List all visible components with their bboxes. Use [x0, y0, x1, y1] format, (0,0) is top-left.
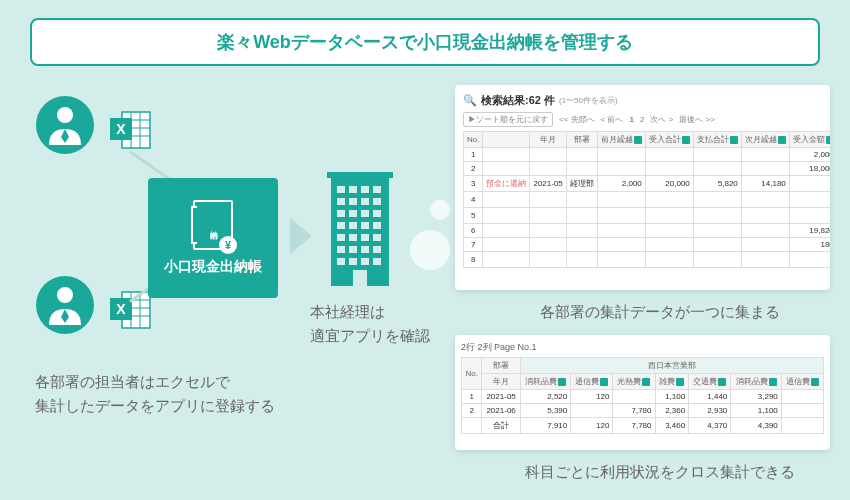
- calc-icon: [642, 378, 650, 386]
- pager: ▶ソート順を元に戻す << 先頭へ < 前へ 1 2 次へ > 最後へ >>: [463, 112, 822, 127]
- excel-icon-2: X: [108, 288, 152, 332]
- svg-rect-22: [337, 186, 345, 193]
- svg-rect-37: [373, 222, 381, 229]
- svg-rect-40: [361, 234, 369, 241]
- table-row[interactable]: 12,000: [464, 148, 831, 162]
- svg-rect-25: [373, 186, 381, 193]
- table-row[interactable]: 8タクシー代: [464, 252, 831, 268]
- calc-icon: [558, 378, 566, 386]
- arrow-icon: [290, 218, 312, 254]
- svg-rect-48: [361, 258, 369, 265]
- calc-icon: [769, 378, 777, 386]
- crosstab-group-header: 西日本営業部: [520, 358, 823, 374]
- svg-rect-42: [337, 246, 345, 253]
- svg-rect-38: [337, 234, 345, 241]
- svg-point-1: [57, 107, 73, 123]
- svg-point-3: [57, 287, 73, 303]
- table-row[interactable]: 12021-052,5201201,1001,4403,290: [462, 390, 824, 404]
- svg-rect-24: [361, 186, 369, 193]
- svg-rect-35: [349, 222, 357, 229]
- crosstab-table: No. 部署 西日本営業部 年月消耗品費通信費光熱費雑費交通費消耗品費通信費 1…: [461, 357, 824, 434]
- caption-right-2: 科目ごとに利用状況をクロス集計できる: [500, 460, 820, 484]
- col-header: 年月: [530, 132, 566, 148]
- sort-reset-button[interactable]: ▶ソート順を元に戻す: [463, 112, 553, 127]
- excel-icon-1: X: [108, 108, 152, 152]
- calc-icon: [600, 378, 608, 386]
- svg-rect-28: [361, 198, 369, 205]
- cashbook-label: 小口現金出納帳: [164, 258, 262, 276]
- pager-first[interactable]: << 先頭へ: [559, 114, 595, 125]
- caption-left: 各部署の担当者はエクセルで集計したデータをアプリに登録する: [35, 370, 335, 418]
- svg-rect-43: [349, 246, 357, 253]
- table-row[interactable]: 7180: [464, 238, 831, 252]
- col-header: No.: [464, 132, 483, 148]
- svg-rect-21: [327, 172, 393, 178]
- speech-bubble-2: [430, 200, 450, 220]
- svg-rect-45: [373, 246, 381, 253]
- col-header: 受入合計: [645, 132, 693, 148]
- col-header: 次月繰越: [741, 132, 789, 148]
- search-result-header: 🔍 検索結果:62 件 (1〜50件を表示): [463, 93, 822, 108]
- cashbook-app-icon: 出納帳 ¥ 小口現金出納帳: [148, 178, 278, 298]
- col-header: 支払合計: [693, 132, 741, 148]
- calc-icon: [730, 136, 738, 144]
- building-icon: [325, 168, 395, 288]
- ledger-icon: 出納帳 ¥: [193, 200, 233, 250]
- svg-rect-49: [373, 258, 381, 265]
- speech-bubble-1: [410, 230, 450, 270]
- svg-rect-50: [353, 270, 367, 286]
- title-banner: 楽々Webデータベースで小口現金出納帳を管理する: [30, 18, 820, 66]
- table-row[interactable]: 218,000: [464, 162, 831, 176]
- svg-point-2: [36, 276, 94, 334]
- col-header: [483, 132, 530, 148]
- svg-point-0: [36, 96, 94, 154]
- calc-icon: [826, 136, 830, 144]
- calc-icon: [718, 378, 726, 386]
- search-result-panel: 🔍 検索結果:62 件 (1〜50件を表示) ▶ソート順を元に戻す << 先頭へ…: [455, 85, 830, 290]
- svg-rect-36: [361, 222, 369, 229]
- svg-rect-27: [349, 198, 357, 205]
- calc-icon: [682, 136, 690, 144]
- pager-last[interactable]: 最後へ >>: [679, 114, 715, 125]
- person-icon-1: [35, 95, 95, 155]
- svg-text:X: X: [116, 301, 126, 317]
- col-header: 部署: [566, 132, 597, 148]
- caption-middle: 本社経理は適宜アプリを確認: [310, 300, 450, 348]
- svg-rect-34: [337, 222, 345, 229]
- pager-current: 1: [629, 115, 633, 124]
- pager-prev[interactable]: < 前へ: [601, 114, 624, 125]
- svg-rect-29: [373, 198, 381, 205]
- caption-right-1: 各部署の集計データが一つに集まる: [500, 300, 820, 324]
- table-row[interactable]: 3預金に還納2021-05経理部2,00020,0005,82014,180コピ…: [464, 176, 831, 192]
- search-icon: 🔍: [463, 94, 477, 107]
- svg-text:X: X: [116, 121, 126, 137]
- svg-rect-44: [361, 246, 369, 253]
- svg-rect-46: [337, 258, 345, 265]
- svg-rect-41: [373, 234, 381, 241]
- table-row[interactable]: 合計7,9101207,7803,4604,3704,390: [462, 418, 824, 434]
- svg-rect-47: [349, 258, 357, 265]
- table-row[interactable]: 4ノート代: [464, 192, 831, 208]
- svg-rect-26: [337, 198, 345, 205]
- calc-icon: [778, 136, 786, 144]
- calc-icon: [811, 378, 819, 386]
- crosstab-page-label: 2行 2列 Page No.1: [461, 341, 824, 354]
- svg-rect-30: [337, 210, 345, 217]
- svg-rect-33: [373, 210, 381, 217]
- crosstab-panel: 2行 2列 Page No.1 No. 部署 西日本営業部 年月消耗品費通信費光…: [455, 335, 830, 450]
- calc-icon: [634, 136, 642, 144]
- table-row[interactable]: 5ボールペン代: [464, 208, 831, 224]
- yen-badge-icon: ¥: [219, 236, 237, 254]
- table-row[interactable]: 22021-065,3907,7802,3602,9301,100: [462, 404, 824, 418]
- table-row[interactable]: 619,820: [464, 224, 831, 238]
- svg-rect-31: [349, 210, 357, 217]
- col-header: 前月繰越: [597, 132, 645, 148]
- svg-rect-23: [349, 186, 357, 193]
- pager-total: 2: [640, 115, 644, 124]
- person-icon-2: [35, 275, 95, 335]
- svg-rect-39: [349, 234, 357, 241]
- col-header: 受入金額: [789, 132, 830, 148]
- svg-rect-32: [361, 210, 369, 217]
- pager-next[interactable]: 次へ >: [650, 114, 673, 125]
- result-table: No.年月部署前月繰越受入合計支払合計次月繰越受入金額摘要12,000218,0…: [463, 131, 830, 268]
